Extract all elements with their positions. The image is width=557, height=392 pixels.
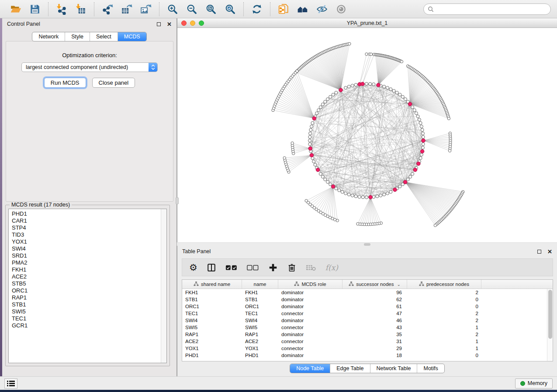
mcds-graph-node[interactable] bbox=[308, 147, 312, 151]
graph-node[interactable] bbox=[314, 163, 317, 166]
graph-node[interactable] bbox=[369, 83, 372, 86]
mcds-result-item[interactable]: TID3 bbox=[12, 231, 161, 238]
import-network-icon[interactable] bbox=[55, 2, 69, 16]
graph-node[interactable] bbox=[372, 83, 375, 86]
save-session-icon[interactable] bbox=[28, 2, 42, 16]
graph-node[interactable] bbox=[329, 95, 332, 98]
graph-node[interactable] bbox=[312, 160, 315, 163]
horizontal-splitter[interactable] bbox=[177, 242, 557, 246]
float-panel-icon[interactable] bbox=[157, 22, 161, 26]
close-panel-button[interactable]: Close panel bbox=[92, 78, 135, 88]
table-row[interactable]: RAP1RAP1dominator352 bbox=[182, 331, 553, 338]
graph-node[interactable] bbox=[421, 128, 424, 131]
graph-node[interactable] bbox=[389, 190, 392, 193]
graph-node[interactable] bbox=[326, 98, 329, 101]
export-table-icon[interactable] bbox=[120, 2, 134, 16]
graph-node[interactable] bbox=[332, 93, 335, 96]
mcds-graph-node[interactable] bbox=[417, 162, 421, 166]
graph-node[interactable] bbox=[354, 83, 357, 86]
graph-node[interactable] bbox=[308, 139, 311, 142]
graph-node[interactable] bbox=[324, 100, 327, 103]
graph-node[interactable] bbox=[386, 192, 389, 195]
graph-node[interactable] bbox=[310, 125, 313, 128]
tab-network-table[interactable]: Network Table bbox=[370, 364, 418, 373]
table-row[interactable]: SWI4SWI4dominator462 bbox=[182, 317, 553, 324]
export-image-icon[interactable] bbox=[139, 2, 153, 16]
graph-node[interactable] bbox=[321, 175, 324, 178]
mcds-result-item[interactable]: YOX1 bbox=[12, 238, 161, 245]
graph-node[interactable] bbox=[422, 143, 425, 146]
graph-node[interactable] bbox=[401, 95, 404, 98]
column-header-successor-nodes[interactable]: successor nodes⌄ bbox=[343, 280, 407, 289]
add-column-icon[interactable] bbox=[268, 262, 278, 273]
memory-button[interactable]: Memory bbox=[515, 378, 553, 389]
graph-node[interactable] bbox=[404, 98, 407, 101]
graph-leaf-node[interactable] bbox=[291, 142, 294, 144]
graph-node[interactable] bbox=[415, 112, 418, 115]
graph-node[interactable] bbox=[420, 153, 423, 156]
graph-node[interactable] bbox=[419, 121, 422, 124]
graph-node[interactable] bbox=[383, 85, 386, 88]
mcds-result-item[interactable]: FKH1 bbox=[12, 266, 161, 273]
first-neighbors-icon[interactable] bbox=[296, 2, 310, 16]
new-network-from-selection-icon[interactable] bbox=[277, 2, 291, 16]
mcds-graph-node[interactable] bbox=[339, 88, 343, 92]
table-row[interactable]: YOX1YOX1connector291 bbox=[182, 345, 553, 352]
column-header-predecessor-nodes[interactable]: predecessor nodes bbox=[407, 280, 481, 289]
graph-node[interactable] bbox=[358, 196, 361, 199]
graph-node[interactable] bbox=[418, 118, 421, 121]
refresh-icon[interactable] bbox=[250, 2, 264, 16]
tab-style[interactable]: Style bbox=[65, 32, 90, 41]
mcds-graph-node[interactable] bbox=[408, 102, 412, 106]
graph-node[interactable] bbox=[411, 106, 414, 109]
delete-columns-icon[interactable] bbox=[287, 262, 297, 273]
graph-node[interactable] bbox=[386, 86, 389, 89]
show-hide-columns-icon[interactable] bbox=[207, 262, 216, 273]
mcds-graph-node[interactable] bbox=[312, 117, 316, 120]
graph-node[interactable] bbox=[309, 128, 312, 131]
mcds-result-item[interactable]: TEC1 bbox=[12, 315, 161, 322]
graph-node[interactable] bbox=[351, 194, 354, 197]
mcds-list-scrollbar[interactable] bbox=[161, 209, 166, 363]
graph-node[interactable] bbox=[365, 196, 368, 199]
graph-node[interactable] bbox=[319, 172, 322, 175]
graph-node[interactable] bbox=[413, 109, 416, 112]
run-mcds-button[interactable]: Run MCDS bbox=[44, 78, 86, 88]
graph-node[interactable] bbox=[398, 185, 401, 188]
mcds-result-item[interactable]: PMA2 bbox=[12, 259, 161, 266]
graph-node[interactable] bbox=[422, 146, 425, 149]
graph-leaf-node[interactable] bbox=[434, 224, 436, 227]
tab-node-table[interactable]: Node Table bbox=[290, 364, 330, 373]
table-row[interactable]: FKH1FKH1dominator962 bbox=[182, 289, 553, 296]
zoom-fit-icon[interactable] bbox=[204, 2, 218, 16]
graph-node[interactable] bbox=[372, 196, 375, 199]
graph-node[interactable] bbox=[347, 193, 350, 196]
mcds-result-item[interactable]: CAR1 bbox=[12, 217, 161, 224]
mcds-result-item[interactable]: SWI5 bbox=[12, 308, 161, 315]
graph-node[interactable] bbox=[344, 86, 347, 89]
zoom-selected-icon[interactable] bbox=[223, 2, 237, 16]
graph-node[interactable] bbox=[326, 180, 329, 183]
open-file-icon[interactable] bbox=[9, 2, 23, 16]
graph-node[interactable] bbox=[416, 115, 419, 118]
graph-leaf-node[interactable] bbox=[283, 157, 286, 159]
show-all-icon[interactable] bbox=[334, 2, 348, 16]
export-network-icon[interactable] bbox=[100, 2, 114, 16]
graph-node[interactable] bbox=[308, 143, 311, 146]
graph-node[interactable] bbox=[319, 106, 322, 109]
mcds-result-item[interactable]: SWI4 bbox=[12, 245, 161, 252]
graph-node[interactable] bbox=[376, 195, 379, 198]
mcds-graph-node[interactable] bbox=[393, 188, 397, 192]
graph-leaf-node[interactable] bbox=[447, 117, 450, 120]
mcds-graph-node[interactable] bbox=[361, 82, 365, 86]
graph-leaf-node[interactable] bbox=[296, 70, 298, 72]
deselect-all-rows-icon[interactable] bbox=[247, 262, 259, 273]
graph-node[interactable] bbox=[338, 189, 341, 192]
zoom-in-icon[interactable] bbox=[166, 2, 180, 16]
optimization-criterion-select[interactable]: largest connected component (undirected) bbox=[21, 62, 158, 72]
table-row[interactable]: ACE2ACE2connector311 bbox=[182, 338, 553, 345]
select-all-rows-icon[interactable] bbox=[225, 262, 238, 273]
mcds-graph-node[interactable] bbox=[369, 195, 373, 199]
graph-node[interactable] bbox=[406, 178, 409, 181]
graph-node[interactable] bbox=[315, 112, 318, 115]
